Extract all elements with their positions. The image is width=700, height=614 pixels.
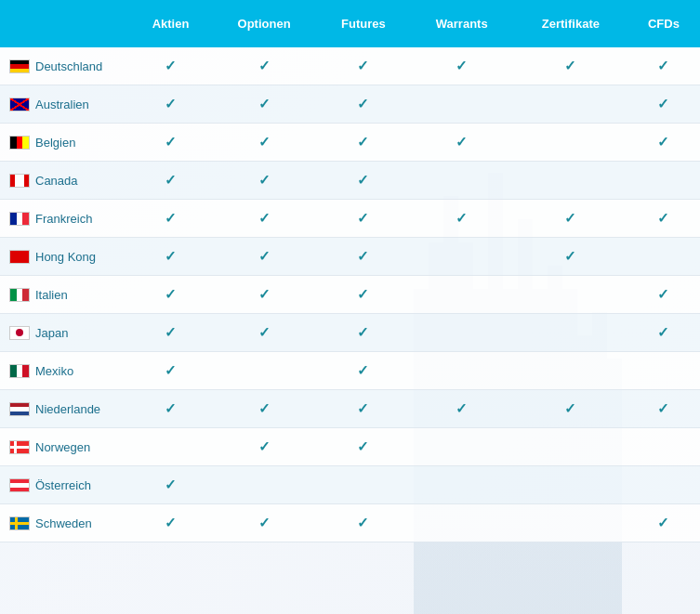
table-row: Mexiko ✓✓ bbox=[0, 352, 700, 390]
cell-cfds: ✓ bbox=[627, 314, 700, 352]
cell-warrants bbox=[410, 238, 514, 276]
cell-warrants bbox=[410, 85, 514, 124]
table-row: Österreich ✓ bbox=[0, 466, 700, 504]
cell-warrants: ✓ bbox=[410, 200, 514, 238]
cell-warrants: ✓ bbox=[410, 47, 514, 85]
country-cell: Mexiko bbox=[0, 352, 130, 389]
table-row: Japan ✓✓✓✓ bbox=[0, 314, 700, 352]
cell-optionen: ✓ bbox=[211, 85, 317, 124]
cell-cfds bbox=[627, 466, 700, 504]
cell-aktien bbox=[130, 428, 211, 466]
cell-cfds bbox=[627, 162, 700, 200]
checkmark-icon: ✓ bbox=[456, 210, 468, 226]
checkmark-icon: ✓ bbox=[258, 286, 271, 302]
checkmark-icon: ✓ bbox=[165, 515, 177, 530]
country-name: Japan bbox=[35, 326, 68, 340]
cell-cfds: ✓ bbox=[627, 85, 700, 124]
table-row: Niederlande ✓✓✓✓✓✓ bbox=[0, 390, 700, 428]
country-cell: Australien bbox=[0, 85, 130, 123]
checkmark-icon: ✓ bbox=[165, 58, 177, 73]
cell-optionen: ✓ bbox=[211, 238, 317, 276]
cell-zertifikate bbox=[514, 352, 627, 390]
checkmark-icon: ✓ bbox=[657, 515, 669, 530]
cell-optionen: ✓ bbox=[211, 200, 317, 238]
country-cell: Japan bbox=[0, 314, 130, 351]
cell-zertifikate bbox=[514, 124, 627, 162]
cell-zertifikate: ✓ bbox=[514, 47, 627, 85]
cell-futures: ✓ bbox=[317, 428, 409, 466]
cell-optionen: ✓ bbox=[211, 428, 317, 466]
flag-icon bbox=[9, 478, 30, 492]
table-row: Norwegen ✓✓ bbox=[0, 428, 700, 466]
cell-futures: ✓ bbox=[317, 200, 409, 238]
flag-icon bbox=[9, 402, 30, 416]
cell-optionen: ✓ bbox=[211, 47, 317, 85]
flag-icon bbox=[9, 174, 30, 188]
country-name: Hong Kong bbox=[35, 250, 96, 264]
flag-icon bbox=[9, 326, 30, 340]
cell-futures: ✓ bbox=[317, 504, 409, 542]
cell-optionen: ✓ bbox=[211, 162, 317, 200]
cell-futures: ✓ bbox=[317, 390, 409, 428]
country-name: Deutschland bbox=[35, 59, 102, 73]
country-name: Canada bbox=[35, 174, 78, 188]
checkmark-icon: ✓ bbox=[357, 210, 369, 226]
cell-aktien: ✓ bbox=[130, 504, 211, 542]
cell-futures: ✓ bbox=[317, 352, 409, 390]
cell-zertifikate: ✓ bbox=[514, 390, 627, 428]
cell-zertifikate: ✓ bbox=[514, 238, 627, 276]
checkmark-icon: ✓ bbox=[165, 286, 177, 302]
checkmark-icon: ✓ bbox=[657, 134, 669, 150]
checkmark-icon: ✓ bbox=[456, 400, 468, 416]
checkmark-icon: ✓ bbox=[258, 400, 271, 416]
country-cell: Hong Kong bbox=[0, 238, 130, 275]
cell-cfds bbox=[627, 238, 700, 276]
header-country bbox=[0, 0, 130, 47]
country-name: Österreich bbox=[35, 478, 91, 492]
cell-zertifikate bbox=[514, 85, 627, 124]
table-row: Frankreich ✓✓✓✓✓✓ bbox=[0, 200, 700, 238]
flag-icon bbox=[9, 440, 30, 454]
country-name: Niederlande bbox=[35, 402, 100, 416]
checkmark-icon: ✓ bbox=[564, 248, 576, 264]
country-cell: Frankreich bbox=[0, 200, 130, 237]
table-row: Italien ✓✓✓✓ bbox=[0, 276, 700, 314]
cell-aktien: ✓ bbox=[130, 352, 211, 390]
flag-icon bbox=[9, 136, 30, 150]
header-futures: Futures bbox=[317, 0, 409, 47]
country-cell: Belgien bbox=[0, 124, 130, 161]
checkmark-icon: ✓ bbox=[657, 286, 669, 302]
cell-aktien: ✓ bbox=[130, 85, 211, 124]
cell-warrants bbox=[410, 428, 514, 466]
cell-aktien: ✓ bbox=[130, 314, 211, 352]
checkmark-icon: ✓ bbox=[258, 210, 271, 226]
cell-cfds: ✓ bbox=[627, 504, 700, 542]
checkmark-icon: ✓ bbox=[357, 58, 369, 73]
cell-warrants: ✓ bbox=[410, 124, 514, 162]
cell-zertifikate bbox=[514, 504, 627, 542]
flag-icon bbox=[9, 98, 30, 111]
cell-zertifikate bbox=[514, 428, 627, 466]
table-row: Hong Kong ✓✓✓✓ bbox=[0, 238, 700, 276]
checkmark-icon: ✓ bbox=[456, 58, 468, 73]
checkmark-icon: ✓ bbox=[165, 477, 177, 492]
checkmark-icon: ✓ bbox=[564, 58, 576, 73]
flag-icon bbox=[9, 364, 30, 378]
cell-warrants bbox=[410, 276, 514, 314]
cell-cfds bbox=[627, 428, 700, 466]
header-cfds: CFDs bbox=[627, 0, 700, 47]
header-aktien: Aktien bbox=[130, 0, 211, 47]
cell-aktien: ✓ bbox=[130, 276, 211, 314]
checkmark-icon: ✓ bbox=[165, 362, 177, 378]
table-row: Schweden ✓✓✓✓ bbox=[0, 504, 700, 542]
cell-zertifikate bbox=[514, 466, 627, 504]
checkmark-icon: ✓ bbox=[657, 210, 669, 226]
checkmark-icon: ✓ bbox=[165, 134, 177, 150]
cell-cfds: ✓ bbox=[627, 200, 700, 238]
checkmark-icon: ✓ bbox=[258, 248, 271, 264]
country-name: Belgien bbox=[35, 136, 75, 150]
cell-optionen: ✓ bbox=[211, 276, 317, 314]
checkmark-icon: ✓ bbox=[564, 400, 576, 416]
country-name: Mexiko bbox=[35, 364, 73, 378]
checkmark-icon: ✓ bbox=[357, 96, 369, 111]
